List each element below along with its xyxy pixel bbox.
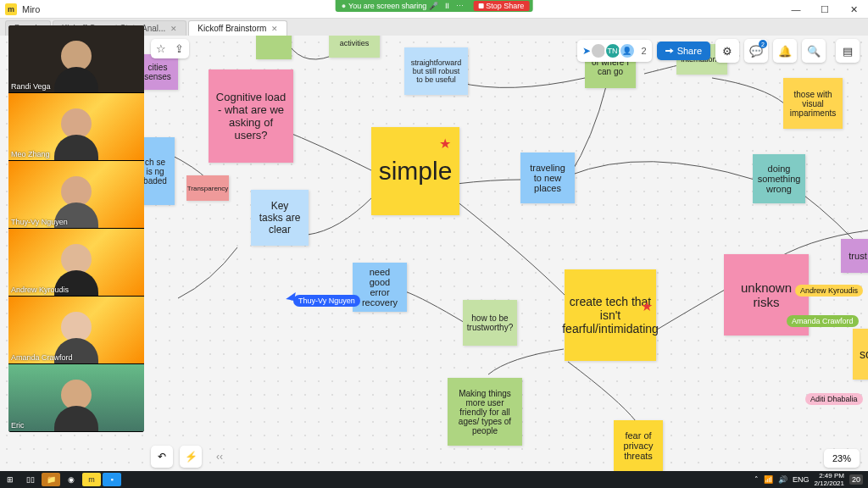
video-tile[interactable]: Thuy-Vy Nguyen [8, 161, 144, 229]
sticky-note[interactable]: sc [853, 329, 868, 380]
chrome-icon[interactable]: ◉ [62, 473, 81, 486]
taskview-icon[interactable]: ▯▯ [21, 473, 40, 486]
stop-share-button[interactable]: Stop Share [473, 1, 529, 11]
video-tile[interactable]: Eric [8, 364, 144, 432]
participant-avatars[interactable]: ➤ TN 👤 2 [577, 40, 652, 62]
share-banner-text: You are screen sharing [348, 2, 426, 10]
settings-icon[interactable]: ⚙ [715, 39, 739, 63]
sticky-note[interactable]: Cognitive load - what are we asking of u… [209, 69, 293, 163]
notifications-icon[interactable]: 🔔 [773, 39, 797, 63]
volume-icon[interactable]: 🔊 [778, 475, 787, 484]
network-icon[interactable]: 📶 [764, 475, 773, 484]
sticky-note[interactable]: straightforward but still robust to be u… [404, 47, 468, 95]
export-icon[interactable]: ⇪ [173, 42, 186, 55]
minimize-button[interactable]: — [782, 0, 810, 19]
miro-logo-icon: m [5, 3, 17, 15]
history-icon[interactable]: ↶ [151, 446, 173, 468]
comments-icon[interactable]: 💬2 [744, 39, 768, 63]
clock[interactable]: 2:49 PM 2/12/2021 [814, 472, 844, 487]
top-toolbar: ➤ TN 👤 2 Share ⚙ 💬2 🔔 🔍 ▤ [577, 39, 860, 63]
miro-taskbar-icon[interactable]: m [82, 473, 101, 486]
start-button[interactable]: ⊞ [0, 475, 20, 484]
app-title: Miro [22, 4, 40, 14]
sticky-note[interactable]: trust [841, 239, 868, 273]
system-tray[interactable]: ˄ 📶 🔊 ENG 2:49 PM 2/12/2021 20 [754, 472, 868, 487]
user-presence-tag: Aditi Dhabalia [805, 393, 863, 405]
sticky-note[interactable]: need good error recovery [353, 263, 407, 312]
bolt-icon[interactable]: ⚡ [180, 446, 202, 468]
share-button[interactable]: Share [657, 42, 710, 60]
windows-taskbar[interactable]: ⊞ ▯▯ 📁 ◉ m ▪ ˄ 📶 🔊 ENG 2:49 PM 2/12/2021… [0, 471, 868, 488]
avatar[interactable]: 👤 [619, 42, 636, 59]
canvas-bottom-controls: ↶ ⚡ ‹‹ [151, 446, 231, 468]
sticky-note[interactable] [256, 36, 292, 59]
close-button[interactable]: ✕ [839, 0, 868, 19]
star-icon: ★ [641, 298, 653, 314]
star-icon: ★ [439, 136, 451, 152]
sticky-note[interactable]: Transparency [186, 175, 229, 201]
user-presence-tag: Andrew Kyroudis [795, 285, 863, 297]
notification-count[interactable]: 20 [849, 474, 863, 485]
participant-count: 2 [642, 46, 647, 56]
file-explorer-icon[interactable]: 📁 [42, 473, 60, 486]
sticky-note[interactable]: how to be trustworthy? [463, 300, 517, 346]
star-icon[interactable]: ☆ [154, 42, 168, 55]
close-icon[interactable]: ✕ [170, 25, 177, 33]
notes-panel-icon[interactable]: ▤ [836, 39, 860, 63]
maximize-button[interactable]: ☐ [810, 0, 839, 19]
sticky-note[interactable]: Key tasks are clear [251, 190, 309, 246]
zoom-indicator[interactable]: 23% [824, 449, 860, 468]
remote-cursor-label: Thuy-Vy Nguyen [293, 295, 360, 307]
board-header-controls: ☆ ⇪ [151, 39, 189, 58]
sticky-note[interactable]: activities [329, 36, 380, 58]
tab-kickoff-brainstorm[interactable]: Kickoff Brainstorm✕ [188, 20, 287, 36]
sticky-note[interactable]: traveling to new places [520, 152, 575, 203]
sticky-note[interactable]: create tech that isn't fearful/intimidat… [565, 269, 656, 361]
video-tile[interactable]: Meo Zhang [8, 93, 144, 161]
video-tile[interactable]: Randi Vega [8, 25, 144, 93]
sticky-note[interactable]: Making things more user friendly for all… [448, 378, 522, 446]
search-icon[interactable]: 🔍 [802, 39, 826, 63]
sticky-note[interactable]: those with visual impariments [783, 78, 843, 129]
close-icon[interactable]: ✕ [271, 25, 278, 33]
sticky-note[interactable]: doing something wrong [753, 154, 805, 203]
collapse-icon[interactable]: ‹‹ [209, 446, 231, 468]
video-tile[interactable]: Andrew Kyroudis [8, 229, 144, 297]
video-conference-panel[interactable]: Randi Vega Meo Zhang Thuy-Vy Nguyen Andr… [8, 25, 144, 432]
screen-share-banner: ● You are screen sharing 🎤⏸⋯ Stop Share [336, 0, 533, 12]
user-presence-tag: Amanda Crawford [787, 315, 859, 327]
language-indicator[interactable]: ENG [793, 475, 810, 484]
video-tile[interactable]: Amanda Crawford [8, 297, 144, 364]
sticky-note[interactable]: fear of privacy threats [614, 420, 663, 471]
tray-chevron-icon[interactable]: ˄ [754, 475, 759, 484]
zoom-taskbar-icon[interactable]: ▪ [103, 473, 121, 486]
